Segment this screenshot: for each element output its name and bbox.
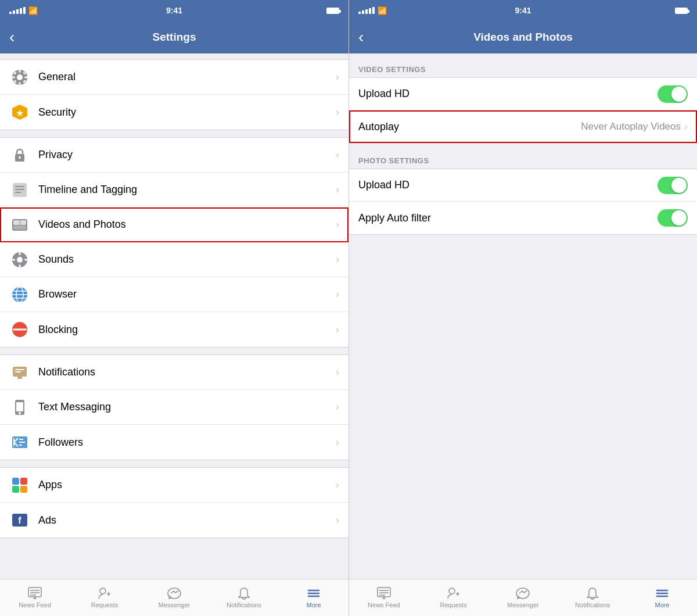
browser-icon — [9, 284, 30, 305]
tab-messenger-right[interactable]: Messenger — [488, 583, 558, 612]
svg-rect-38 — [17, 377, 22, 379]
upload-hd-video-label: Upload HD — [358, 88, 658, 100]
photo-settings-header: PHOTO SETTINGS — [349, 151, 697, 169]
notifications-tab-icon-left — [237, 587, 251, 600]
settings-item-sounds[interactable]: Sounds › — [0, 242, 348, 277]
tab-messenger-label-left: Messenger — [159, 601, 190, 608]
settings-item-followers[interactable]: Followers › — [0, 425, 348, 460]
settings-item-texting[interactable]: Text Messaging › — [0, 390, 348, 425]
svg-rect-25 — [19, 264, 21, 267]
svg-rect-34 — [13, 329, 27, 331]
settings-item-ads[interactable]: f Ads › — [0, 503, 348, 538]
messenger-icon-right — [516, 587, 530, 600]
tab-more-right[interactable]: More — [627, 583, 697, 612]
security-icon: ★ — [9, 102, 30, 123]
svg-rect-19 — [13, 220, 20, 225]
settings-item-videos[interactable]: Videos and Photos › — [0, 207, 348, 242]
status-right-right — [675, 8, 688, 14]
browser-label: Browser — [38, 288, 336, 300]
videos-chevron: › — [336, 219, 339, 231]
blocking-chevron: › — [336, 324, 339, 336]
settings-item-timeline[interactable]: Timeline and Tagging › — [0, 173, 348, 207]
svg-rect-45 — [12, 486, 19, 493]
wifi-icon-right: 📶 — [378, 6, 387, 15]
followers-label: Followers — [38, 436, 336, 449]
svg-rect-24 — [19, 252, 21, 255]
battery-icon-left — [326, 8, 339, 14]
back-button-right[interactable]: ‹ — [358, 28, 364, 46]
notifications-icon — [9, 362, 30, 383]
svg-rect-43 — [12, 478, 19, 485]
settings-item-security[interactable]: ★ Security › — [0, 95, 348, 130]
ads-label: Ads — [38, 514, 336, 527]
nav-title-right: Videos and Photos — [473, 31, 573, 44]
texting-label: Text Messaging — [38, 401, 336, 413]
tab-notifications-label-left: Notifications — [227, 601, 261, 608]
privacy-chevron: › — [336, 149, 339, 161]
upload-hd-photo-label: Upload HD — [358, 179, 658, 191]
auto-filter-toggle[interactable] — [658, 209, 688, 227]
ads-chevron: › — [336, 514, 339, 527]
blocking-icon — [9, 319, 30, 340]
upload-hd-video-toggle[interactable] — [658, 85, 688, 103]
svg-rect-4 — [12, 76, 15, 78]
settings-group-1: General › ★ Security › — [0, 59, 348, 130]
svg-rect-36 — [15, 369, 24, 370]
nav-bar-right: ‹ Videos and Photos — [349, 21, 697, 53]
svg-point-1 — [17, 74, 23, 80]
settings-item-privacy[interactable]: Privacy › — [0, 138, 348, 173]
tab-requests-right[interactable]: Requests — [419, 583, 488, 612]
tab-news-feed-label-left: News Feed — [19, 601, 51, 608]
tab-more-label-left: More — [306, 601, 321, 608]
status-time-right: 9:41 — [515, 6, 531, 15]
tab-news-feed-right[interactable]: News Feed — [349, 583, 419, 612]
videos-icon — [9, 214, 30, 235]
signal-icon-right — [358, 7, 375, 14]
signal-icon — [9, 7, 26, 14]
svg-point-41 — [19, 412, 21, 414]
settings-item-general[interactable]: General › — [0, 60, 348, 95]
general-label: General — [38, 71, 336, 83]
tab-messenger-left[interactable]: Messenger — [139, 583, 209, 612]
status-left: 📶 — [9, 6, 38, 15]
tab-news-feed-label-right: News Feed — [368, 601, 400, 608]
video-settings-header: VIDEO SETTINGS — [349, 59, 697, 77]
tab-news-feed-left[interactable]: News Feed — [0, 583, 70, 612]
sounds-chevron: › — [336, 253, 339, 266]
svg-rect-5 — [24, 76, 27, 78]
notifications-chevron: › — [336, 366, 339, 378]
svg-rect-44 — [20, 478, 27, 485]
auto-filter-label: Apply Auto filter — [358, 212, 658, 224]
status-time-left: 9:41 — [166, 6, 182, 15]
svg-text:★: ★ — [16, 108, 24, 118]
tab-more-left[interactable]: More — [279, 583, 348, 612]
settings-item-blocking[interactable]: Blocking › — [0, 312, 348, 347]
tab-notifications-left[interactable]: Notifications — [209, 583, 279, 612]
status-bar-left: 📶 9:41 — [0, 0, 348, 21]
svg-rect-21 — [13, 225, 26, 230]
autoplay-item[interactable]: Autoplay Never Autoplay Videos › — [349, 110, 697, 143]
video-settings-group: Upload HD Autoplay Never Autoplay Videos… — [349, 77, 697, 144]
apps-label: Apps — [38, 479, 336, 491]
news-feed-icon-right — [377, 587, 391, 600]
settings-group-4: Apps › f Ads › — [0, 467, 348, 538]
requests-icon-left — [98, 587, 112, 600]
tab-messenger-label-right: Messenger — [507, 601, 538, 608]
tab-notifications-right[interactable]: Notifications — [558, 583, 627, 612]
tab-requests-left[interactable]: Requests — [70, 583, 139, 612]
timeline-label: Timeline and Tagging — [38, 184, 336, 196]
apps-chevron: › — [336, 479, 339, 491]
tab-more-label-right: More — [655, 601, 670, 608]
news-feed-icon-left — [28, 587, 42, 600]
back-button-left[interactable]: ‹ — [9, 28, 15, 46]
upload-hd-photo-toggle[interactable] — [658, 177, 688, 194]
timeline-icon — [9, 180, 30, 200]
autoplay-chevron: › — [684, 121, 688, 133]
settings-item-browser[interactable]: Browser › — [0, 277, 348, 312]
settings-item-apps[interactable]: Apps › — [0, 468, 348, 503]
svg-rect-17 — [15, 192, 21, 193]
settings-content: General › ★ Security › — [0, 53, 348, 579]
security-chevron: › — [336, 106, 339, 119]
svg-point-66 — [449, 588, 455, 594]
settings-item-notifications[interactable]: Notifications › — [0, 355, 348, 390]
